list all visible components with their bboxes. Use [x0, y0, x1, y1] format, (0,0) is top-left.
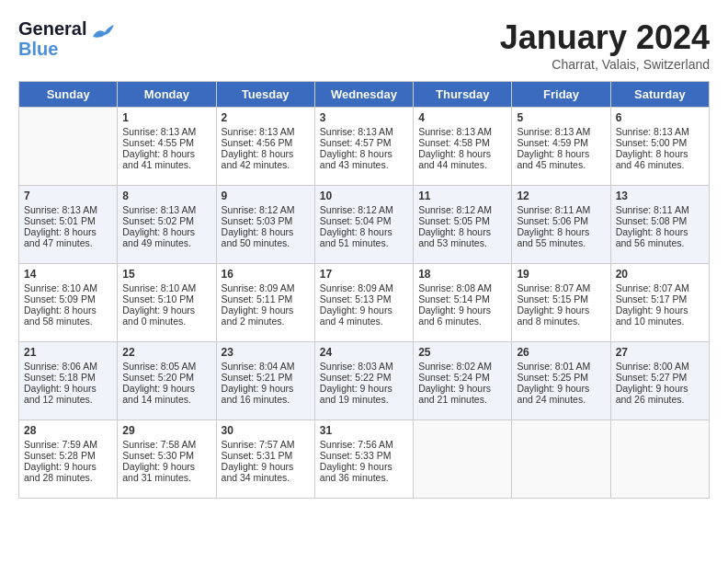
daylight: Daylight: 8 hours and 42 minutes.: [222, 148, 294, 170]
day-number: 16: [222, 268, 310, 281]
day-number: 10: [320, 190, 408, 202]
daylight: Daylight: 9 hours and 28 minutes.: [24, 461, 97, 483]
daylight: Daylight: 9 hours and 2 minutes.: [222, 304, 294, 327]
sunrise: Sunrise: 8:12 AM: [222, 204, 295, 215]
sunrise: Sunrise: 8:11 AM: [616, 204, 689, 215]
sunrise: Sunrise: 7:57 AM: [222, 439, 295, 450]
daylight: Daylight: 8 hours and 43 minutes.: [320, 148, 392, 170]
sunset: Sunset: 5:28 PM: [24, 450, 96, 461]
daylight: Daylight: 9 hours and 12 minutes.: [24, 383, 97, 405]
day-number: 21: [24, 346, 112, 359]
daylight: Daylight: 8 hours and 45 minutes.: [517, 148, 589, 170]
day-number: 1: [122, 111, 210, 124]
day-number: 15: [122, 268, 210, 281]
table-row: 18 Sunrise: 8:08 AM Sunset: 5:14 PM Dayl…: [414, 264, 512, 342]
sunset: Sunset: 5:33 PM: [320, 450, 392, 461]
day-number: 14: [24, 268, 112, 281]
daylight: Daylight: 8 hours and 51 minutes.: [320, 226, 392, 248]
table-row: 10 Sunrise: 8:12 AM Sunset: 5:04 PM Dayl…: [314, 186, 413, 264]
sunrise: Sunrise: 7:58 AM: [122, 439, 196, 450]
sunset: Sunset: 4:56 PM: [222, 137, 293, 148]
day-number: 19: [517, 268, 605, 281]
daylight: Daylight: 9 hours and 19 minutes.: [320, 383, 392, 405]
daylight: Daylight: 9 hours and 14 minutes.: [122, 383, 195, 405]
table-row: [512, 420, 610, 499]
sunrise: Sunrise: 8:13 AM: [122, 126, 196, 137]
sunrise: Sunrise: 8:01 AM: [517, 361, 590, 372]
header-sunday: Sunday: [19, 82, 118, 108]
day-number: 9: [222, 190, 310, 202]
sunrise: Sunrise: 8:03 AM: [320, 361, 393, 372]
logo-bird-icon: [88, 24, 116, 44]
sunrise: Sunrise: 8:13 AM: [24, 204, 97, 215]
daylight: Daylight: 9 hours and 6 minutes.: [418, 304, 491, 327]
sunset: Sunset: 5:21 PM: [222, 372, 293, 383]
sunrise: Sunrise: 8:13 AM: [222, 126, 295, 137]
day-number: 17: [320, 268, 408, 281]
sunrise: Sunrise: 8:13 AM: [517, 126, 590, 137]
sunset: Sunset: 5:09 PM: [24, 293, 96, 304]
day-number: 5: [517, 111, 605, 124]
day-number: 25: [418, 346, 506, 359]
daylight: Daylight: 8 hours and 41 minutes.: [122, 148, 195, 170]
table-row: 14 Sunrise: 8:10 AM Sunset: 5:09 PM Dayl…: [19, 264, 118, 342]
sunrise: Sunrise: 8:09 AM: [320, 282, 393, 293]
table-row: 13 Sunrise: 8:11 AM Sunset: 5:08 PM Dayl…: [610, 186, 709, 264]
daylight: Daylight: 8 hours and 55 minutes.: [517, 226, 589, 248]
sunrise: Sunrise: 7:59 AM: [24, 439, 97, 450]
table-row: 24 Sunrise: 8:03 AM Sunset: 5:22 PM Dayl…: [314, 342, 413, 420]
header-saturday: Saturday: [610, 82, 709, 108]
table-row: 8 Sunrise: 8:13 AM Sunset: 5:02 PM Dayli…: [118, 186, 216, 264]
sunset: Sunset: 5:08 PM: [616, 215, 688, 226]
day-number: 2: [222, 111, 310, 124]
daylight: Daylight: 9 hours and 4 minutes.: [320, 304, 392, 327]
table-row: [610, 420, 709, 499]
header-thursday: Thursday: [414, 82, 512, 108]
day-number: 8: [122, 190, 210, 202]
sunset: Sunset: 5:02 PM: [122, 215, 194, 226]
day-number: 11: [418, 190, 506, 202]
table-row: 16 Sunrise: 8:09 AM Sunset: 5:11 PM Dayl…: [216, 264, 314, 342]
daylight: Daylight: 9 hours and 36 minutes.: [320, 461, 392, 483]
table-row: 20 Sunrise: 8:07 AM Sunset: 5:17 PM Dayl…: [610, 264, 709, 342]
sunset: Sunset: 5:11 PM: [222, 293, 293, 304]
sunrise: Sunrise: 8:10 AM: [24, 282, 97, 293]
sunset: Sunset: 5:27 PM: [616, 372, 688, 383]
table-row: 1 Sunrise: 8:13 AM Sunset: 4:55 PM Dayli…: [118, 108, 216, 186]
table-row: 26 Sunrise: 8:01 AM Sunset: 5:25 PM Dayl…: [512, 342, 610, 420]
table-row: 9 Sunrise: 8:12 AM Sunset: 5:03 PM Dayli…: [216, 186, 314, 264]
day-number: 20: [616, 268, 704, 281]
table-row: 11 Sunrise: 8:12 AM Sunset: 5:05 PM Dayl…: [414, 186, 512, 264]
table-row: [19, 108, 118, 186]
table-row: 21 Sunrise: 8:06 AM Sunset: 5:18 PM Dayl…: [19, 342, 118, 420]
daylight: Daylight: 9 hours and 16 minutes.: [222, 383, 294, 405]
sunrise: Sunrise: 8:12 AM: [418, 204, 492, 215]
table-row: 6 Sunrise: 8:13 AM Sunset: 5:00 PM Dayli…: [610, 108, 709, 186]
sunrise: Sunrise: 8:13 AM: [616, 126, 689, 137]
sunrise: Sunrise: 8:04 AM: [222, 361, 295, 372]
sunset: Sunset: 5:14 PM: [418, 293, 490, 304]
weekday-header-row: Sunday Monday Tuesday Wednesday Thursday…: [19, 82, 710, 108]
sunset: Sunset: 5:03 PM: [222, 215, 293, 226]
sunset: Sunset: 5:00 PM: [616, 137, 688, 148]
sunrise: Sunrise: 8:06 AM: [24, 361, 97, 372]
sunrise: Sunrise: 8:13 AM: [418, 126, 492, 137]
day-number: 3: [320, 111, 408, 124]
daylight: Daylight: 8 hours and 53 minutes.: [418, 226, 491, 248]
daylight: Daylight: 8 hours and 47 minutes.: [24, 226, 97, 248]
sunset: Sunset: 5:30 PM: [122, 450, 194, 461]
day-number: 7: [24, 190, 112, 202]
daylight: Daylight: 9 hours and 31 minutes.: [122, 461, 195, 483]
sunset: Sunset: 4:58 PM: [418, 137, 490, 148]
sunset: Sunset: 5:31 PM: [222, 450, 293, 461]
sunset: Sunset: 4:55 PM: [122, 137, 194, 148]
logo: General Blue: [18, 18, 116, 59]
day-number: 13: [616, 190, 704, 202]
sunrise: Sunrise: 8:13 AM: [122, 204, 196, 215]
table-row: 31 Sunrise: 7:56 AM Sunset: 5:33 PM Dayl…: [314, 420, 413, 499]
day-number: 30: [222, 424, 310, 437]
sunset: Sunset: 5:25 PM: [517, 372, 588, 383]
page-header: General Blue January 2024 Charrat, Valai…: [18, 18, 710, 72]
sunset: Sunset: 5:17 PM: [616, 293, 688, 304]
title-block: January 2024 Charrat, Valais, Switzerlan…: [500, 18, 710, 72]
